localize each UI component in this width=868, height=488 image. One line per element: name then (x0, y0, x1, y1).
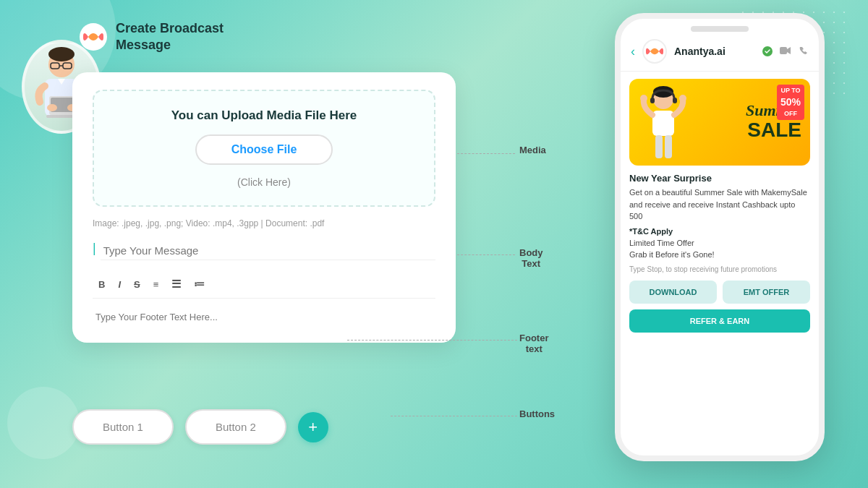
message-title: New Year Surprise (629, 173, 810, 184)
cursor-icon: | (93, 239, 96, 258)
choose-file-button[interactable]: Choose File (195, 134, 333, 165)
buttons-connector-line (391, 416, 517, 416)
svg-rect-19 (655, 135, 663, 158)
strikethrough-button[interactable]: S (131, 278, 143, 291)
video-icon[interactable] (780, 46, 791, 58)
stop-text: Type Stop, to stop receiving future prom… (629, 265, 810, 273)
media-connector-line (457, 153, 515, 154)
svg-point-17 (640, 95, 647, 102)
phone-mockup: ‹ Anantya.ai (615, 13, 825, 461)
footer-connector-line (347, 340, 517, 341)
phone-header: ‹ Anantya.ai (621, 32, 819, 72)
phone-body: Summer SALE UP TO 50% OFF New Year Surpr… (621, 72, 819, 340)
deco-circle-2 (7, 387, 80, 459)
italic-button[interactable]: I (115, 278, 124, 291)
refer-earn-button[interactable]: REFER & EARN (629, 309, 810, 333)
contact-name: Anantya.ai (674, 46, 757, 57)
message-input[interactable] (101, 239, 435, 260)
back-icon[interactable]: ‹ (631, 44, 635, 59)
align-button[interactable]: ≡ (150, 278, 162, 291)
app-logo (80, 23, 107, 51)
body-text-connector-line (457, 254, 515, 255)
upload-title: You can Upload Media File Here (109, 108, 420, 123)
footer-connector-label: Footertext (519, 333, 548, 354)
phone-action-icons (780, 46, 809, 58)
svg-point-9 (47, 104, 57, 111)
list-number-button[interactable]: ≔ (191, 276, 208, 292)
page-title: Create Broadcast Message (116, 20, 224, 53)
buttons-connector-label: Buttons (519, 408, 555, 419)
promo-text: Limited Time OfferGrab it Before it's Go… (629, 237, 810, 261)
button-2[interactable]: Button 2 (185, 409, 286, 445)
bold-button[interactable]: B (95, 278, 108, 291)
button-1[interactable]: Button 1 (72, 409, 174, 445)
action-buttons-row: Button 1 Button 2 + (72, 409, 328, 445)
formatting-toolbar: B I S ≡ ☰ ≔ (93, 270, 435, 299)
svg-rect-15 (673, 98, 677, 103)
svg-point-18 (679, 95, 686, 102)
phone-action-buttons-row: DOWNLOAD EMT OFFER (629, 281, 810, 304)
page-header: Create Broadcast Message (80, 20, 224, 53)
svg-rect-16 (652, 111, 674, 136)
click-hint: (Click Here) (109, 176, 420, 188)
download-button[interactable]: DOWNLOAD (629, 281, 717, 304)
list-bullet-button[interactable]: ☰ (169, 276, 184, 292)
body-text-connector-label: BodyText (519, 247, 543, 269)
emt-offer-button[interactable]: EMT OFFER (723, 281, 810, 304)
message-body: Get on a beautiful Summer Sale with Make… (629, 187, 810, 223)
title-line2: Message (116, 38, 171, 52)
sale-image-banner: Summer SALE UP TO 50% OFF (629, 79, 810, 166)
file-types-label: Image: .jpeg, .jpg, .png; Video: .mp4, .… (93, 218, 435, 228)
title-line1: Create Broadcast (116, 21, 224, 35)
tc-label: *T&C Apply (629, 227, 810, 236)
message-input-row: | (93, 239, 435, 267)
svg-point-1 (48, 47, 75, 61)
verified-icon (762, 46, 773, 56)
upload-section: You can Upload Media File Here Choose Fi… (93, 90, 435, 207)
svg-rect-14 (650, 98, 655, 103)
sale-badge: UP TO 50% OFF (777, 85, 804, 120)
svg-rect-11 (780, 47, 787, 54)
sale-person-figure (637, 86, 691, 166)
add-button[interactable]: + (298, 412, 328, 442)
phone-icon[interactable] (799, 46, 809, 58)
media-connector-label: Media (519, 145, 546, 155)
phone-notch (691, 26, 749, 32)
footer-input[interactable] (93, 309, 435, 325)
form-card: You can Upload Media File Here Choose Fi… (72, 72, 456, 343)
svg-rect-20 (665, 135, 672, 158)
contact-avatar (642, 39, 667, 64)
